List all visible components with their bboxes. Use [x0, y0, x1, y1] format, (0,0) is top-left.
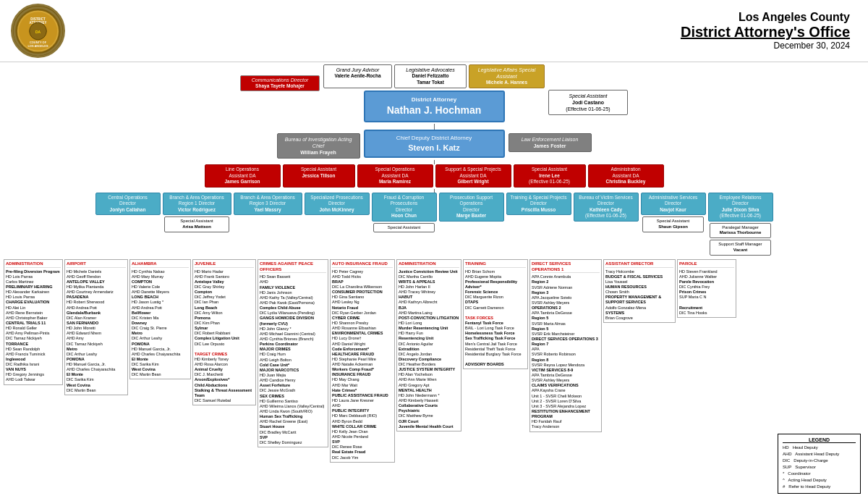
ps-role: Prosecution Support OperationsDirector [443, 195, 501, 213]
as-col-content: Tracy Holcombe BUDGET & FISCAL SERVICES … [605, 269, 673, 321]
special-ops-box: Special OperationsAssistant DA Maria Ram… [357, 164, 433, 187]
co-name: Jonlyn Callahan [99, 207, 157, 213]
ss-role: Support & Special ProjectsAssistant DA [439, 167, 508, 179]
lo-role: Line OperationsAssistant DA [208, 167, 277, 179]
r1-col-content: HD Michele Daniels AHD Geoff Rendon ANTE… [67, 269, 126, 393]
county-seal: DISTRICT ATTORNEY DA COUNTY OF LOS ANGEL… [11, 4, 65, 58]
vs-col-content: APA Connie Arambula Region 2 SVSR Adrien… [532, 274, 600, 429]
pm-name: Marissa Thorbourne [713, 230, 767, 236]
specialized-pros-box: Specialized ProsecutionsDirector John Mc… [305, 193, 370, 215]
leg-advocates-box: Legislative Advocates Daniel Felizzatto … [394, 64, 467, 88]
fc-role: Fraud & Corruption ProsecutionsDirector [375, 195, 433, 213]
branch-region3-box: Branch & Area OperationsRegion 3 Directo… [234, 193, 302, 215]
ps-name: Marge Baxter [443, 213, 501, 219]
fc-col-content: HD Sean Bassett AHD FAMILY VIOLENCE HD J… [260, 274, 326, 445]
special-asst-lee-box: Special Assistant Irene Lee (Effective 0… [514, 164, 586, 187]
admin-box: AdministrationAssistant DA Christina Buc… [588, 164, 664, 187]
grand-jury-box: Grand Jury Advisor Valerie Aenile-Rocha [323, 64, 392, 88]
laff-name: Michele A. Hannes [472, 80, 541, 85]
sag-name: Shaun Gipson [646, 224, 700, 230]
er-role: Employee RelationsDirector [712, 195, 770, 207]
communications-box: Communications Director Shaya Tayefe Moh… [240, 75, 320, 91]
fc-col-header: CRIMES AGAINST PEACE OFFICERS [260, 261, 326, 274]
adm-role: AdministrationAssistant DA [592, 167, 660, 179]
sac-note: (Effective 01-06-25) [552, 106, 624, 112]
laff-role: Legislative Affairs Special Assistant [472, 67, 541, 80]
ps-col-header: ADMINISTRATION [399, 261, 459, 268]
sal-name: Irene Lee [517, 173, 582, 179]
sp-role: Specialized ProsecutionsDirector [308, 195, 366, 207]
paralegal-mgr-box: Paralegal Manager Marissa Thorbourne [710, 223, 771, 239]
employee-relations-box: Employee RelationsDirector Julie Dixon S… [708, 193, 773, 222]
as-role: Administrative ServicesDirector [644, 195, 702, 207]
support-special-box: Support & Special ProjectsAssistant DA G… [435, 164, 511, 187]
ss-name: Gilbert Wright [439, 179, 508, 185]
special-asst-fraud-box: Special Assistant [373, 223, 435, 233]
legend-item-refer: # Refer to Head Deputy [783, 484, 856, 490]
connector-da-chief [434, 124, 435, 130]
br3-role: Branch & Area OperationsRegion 3 Directo… [237, 195, 299, 207]
cd-name: Steven I. Katz [371, 143, 498, 153]
par-col-header: PAROLE [679, 261, 734, 268]
legend-item-ahd: AHD Assistant Head Deputy [783, 451, 856, 458]
ai-col-header: AUTO INSURANCE FRAUD [332, 261, 393, 268]
sp-name: John McKinney [308, 207, 366, 213]
sac-name: Jodi Castano [552, 99, 624, 106]
comm-name: Shaya Tayefe Mohajer [243, 83, 317, 89]
header-date: December 30, 2024 [458, 41, 851, 51]
adm-name: Christina Buckley [592, 179, 660, 185]
as-name: Navjot Kaur [644, 207, 702, 213]
le-name: James Foster [512, 143, 588, 149]
legend-item-coord: * Coordinator [783, 471, 856, 477]
law-enforcement-box: Law Enforcement Liaison James Foster [509, 133, 592, 152]
da-box: District Attorney Nathan J. Hochman [364, 90, 505, 123]
pm-role: Paralegal Manager [713, 225, 767, 231]
special-asst-castano-box: Special Assistant Jodi Castano (Effectiv… [548, 90, 628, 115]
prosecution-support-box: Prosecution Support OperationsDirector M… [439, 193, 504, 222]
special-asst-mattson-box: Special Assistant Arisa Mattson [164, 216, 229, 232]
da-name: Nathan J. Hochman [373, 104, 496, 117]
ssm-role: Support Staff Manager [713, 242, 767, 248]
auto-ins-data-col: AUTO INSURANCE FRAUD HD Peter Cagney AHD… [330, 259, 395, 463]
la-role: Legislative Advocates [398, 67, 463, 73]
bi-name: William Frayeh [281, 149, 357, 156]
fraud-data-col: CRIMES AGAINST PEACE OFFICERS HD Sean Ba… [258, 259, 328, 447]
legend-item-sup: SUP Supervisor [783, 464, 856, 471]
legend-item-dic: DIC Deputy-in-Charge [783, 458, 856, 464]
ts-role: Training & Special ProjectsDirector [510, 195, 568, 207]
pros-support-data-col: ADMINISTRATION Justice Conviction Review… [396, 259, 461, 431]
legend-box: LEGEND HD Head Deputy AHD Assistant Head… [778, 434, 861, 494]
bv-note: (Effective 01-06-25) [577, 213, 635, 219]
svg-text:LOS ANGELES: LOS ANGELES [27, 43, 48, 47]
br1-role: Branch & Area OperationsRegion 1 Directo… [166, 195, 228, 207]
sat-role: Special Assistant [286, 167, 352, 172]
fc-name: Hoon Chun [375, 213, 433, 219]
admin-col-header: ADMINISTRATION [6, 261, 61, 268]
sag-role: Special Assistant [646, 219, 700, 224]
special-asst-gipson-box: Special Assistant Shaun Gipson [642, 216, 704, 232]
sal-note: (Effective 01-06-25) [517, 179, 582, 185]
br1-name: Victor Rodriguez [166, 207, 228, 213]
gj-role: Grand Jury Advisor [327, 67, 388, 73]
r1-col-header: AIRPORT [67, 261, 126, 268]
r3-col-header: ALHAMBRA [132, 261, 189, 268]
fraud-corruption-box: Fraud & Corruption ProsecutionsDirector … [372, 193, 437, 222]
bureau-victim-box: Bureau of Victim ServicesDirector Kathle… [574, 193, 639, 222]
vs-col-header: DIRECT SERVICES OPERATIONS 1 [532, 261, 600, 274]
ai-col-content: HD Peter Cagney AHD Todd Hicks BRAP DIC … [332, 269, 393, 460]
leg-affairs-box: Legislative Affairs Special Assistant Mi… [469, 64, 545, 88]
sam-name: Arisa Mattson [168, 224, 226, 230]
sac-role: Special Assistant [552, 93, 624, 99]
training-data-col: TRAINING HD Brian Schom AHD Eugene Mopit… [463, 259, 528, 369]
cd-title: Chief Deputy District Attorney [371, 135, 498, 142]
special-asst-tillson-box: Special Assistant Jessica Tillson [283, 164, 355, 187]
er-name: Julie Dixon Silva [712, 207, 770, 213]
saf-role: Special Assistant [377, 225, 431, 231]
legend-item-acting: ^ Acting Head Deputy [783, 477, 856, 484]
spec-pros-data-col: JUVENILE HD Mario Hadar AHD Frank Santor… [192, 259, 256, 405]
support-staff-mgr-box: Support Staff Manager Vacant [710, 240, 771, 256]
br3-name: Yael Massry [237, 207, 299, 213]
bv-name: Kathleen Cady [577, 207, 635, 213]
legend-item-hd: HD Head Deputy [783, 445, 856, 451]
sam-role: Special Assistant [168, 219, 226, 224]
